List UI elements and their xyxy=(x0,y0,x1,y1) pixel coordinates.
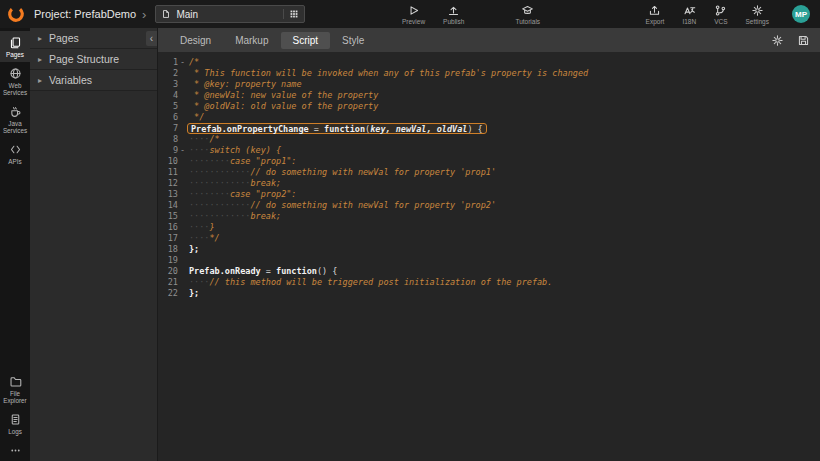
code-line[interactable]: 20Prefab.onReady = function() { xyxy=(158,266,820,277)
line-number: 6 xyxy=(158,112,178,123)
code-text: * @key: property name xyxy=(187,79,302,90)
editor-settings-gear-icon[interactable] xyxy=(771,34,784,47)
code-line[interactable]: 7Prefab.onPropertyChange = function(key,… xyxy=(158,123,820,134)
code-line[interactable]: 5 * @oldVal: old value of the property xyxy=(158,101,820,112)
sidebar-section-pages[interactable]: ▸Pages xyxy=(30,28,157,49)
collapse-sidebar-button[interactable]: ‹ xyxy=(146,31,157,46)
topbar: Project: PrefabDemo › Main PreviewPublis… xyxy=(0,0,820,28)
sidebar-section-variables[interactable]: ▸Variables xyxy=(30,70,157,91)
topbar-action-label: Preview xyxy=(402,18,425,25)
code-line[interactable]: 16····} xyxy=(158,222,820,233)
line-number: 3 xyxy=(158,79,178,90)
tabbar-actions xyxy=(771,34,810,47)
line-number: 21 xyxy=(158,277,178,288)
rail-item-file-explorer[interactable]: File Explorer xyxy=(0,370,30,408)
grid-icon[interactable] xyxy=(283,9,299,19)
tab-markup[interactable]: Markup xyxy=(223,32,280,49)
tab-design[interactable]: Design xyxy=(168,32,223,49)
code-line[interactable]: 13········case "prop2": xyxy=(158,189,820,200)
sidebar-section-label: Page Structure xyxy=(49,53,119,65)
tab-script[interactable]: Script xyxy=(281,32,331,49)
page-file-icon xyxy=(161,8,171,20)
rail-item-web-services[interactable]: Web Services xyxy=(0,62,30,100)
line-number: 2 xyxy=(158,68,178,79)
avatar[interactable]: MP xyxy=(792,5,810,23)
code-line[interactable]: 14············// do something with newVa… xyxy=(158,200,820,211)
topbar-action-settings[interactable]: Settings xyxy=(746,4,770,25)
code-line[interactable]: 21····// this method will be triggered p… xyxy=(158,277,820,288)
chevron-right-icon: › xyxy=(142,8,146,21)
code-line[interactable]: 10········case "prop1": xyxy=(158,156,820,167)
rail-item-pages[interactable]: Pages xyxy=(0,31,30,62)
save-icon[interactable] xyxy=(797,34,810,47)
rail-item-more[interactable] xyxy=(0,439,30,461)
topbar-action-tutorials[interactable]: Tutorials xyxy=(515,4,540,25)
sidebar-section-label: Variables xyxy=(49,74,92,86)
rail-item-label: Java Services xyxy=(1,120,29,134)
code-line[interactable]: 4 * @newVal: new value of the property xyxy=(158,90,820,101)
code-text: ············// do something with newVal … xyxy=(187,200,496,211)
line-number: 19 xyxy=(158,255,178,266)
line-number: 15 xyxy=(158,211,178,222)
fold-marker xyxy=(178,189,187,200)
pages-icon xyxy=(9,36,22,49)
code-line[interactable]: 3 * @key: property name xyxy=(158,79,820,90)
script-editor[interactable]: 1-/*2 * This function will be invoked wh… xyxy=(158,52,820,461)
code-text: * @newVal: new value of the property xyxy=(187,90,378,101)
fold-marker xyxy=(178,233,187,244)
topbar-action-export[interactable]: Export xyxy=(646,4,665,25)
code-line[interactable]: 19 xyxy=(158,255,820,266)
tab-style[interactable]: Style xyxy=(330,32,376,49)
code-line[interactable]: 15············break; xyxy=(158,211,820,222)
topbar-action-label: Settings xyxy=(746,18,770,25)
code-line[interactable]: 9-····switch (key) { xyxy=(158,145,820,156)
tabbar: DesignMarkupScriptStyle xyxy=(158,28,820,52)
main-body: PagesWeb ServicesJava ServicesAPIs File … xyxy=(0,28,820,461)
fold-marker[interactable]: - xyxy=(178,145,187,156)
line-number: 20 xyxy=(158,266,178,277)
rail-item-java-services[interactable]: Java Services xyxy=(0,100,30,138)
line-number: 4 xyxy=(158,90,178,101)
topbar-action-preview[interactable]: Preview xyxy=(402,4,425,25)
rail-bottom-group: File ExplorerLogs xyxy=(0,370,30,461)
code-text: }; xyxy=(187,288,199,299)
code-line[interactable]: 8····/* xyxy=(158,134,820,145)
code-line[interactable]: 11············// do something with newVa… xyxy=(158,167,820,178)
rail-item-label: APIs xyxy=(8,158,21,165)
code-text: ············break; xyxy=(187,178,281,189)
settings-icon xyxy=(751,4,764,17)
publish-icon xyxy=(447,4,460,17)
code-text: * @oldVal: old value of the property xyxy=(187,101,378,112)
line-number: 1 xyxy=(158,57,178,68)
rail-item-logs[interactable]: Logs xyxy=(0,408,30,439)
code-line[interactable]: 18}; xyxy=(158,244,820,255)
code-text: ········case "prop2": xyxy=(187,189,296,200)
code-line[interactable]: 22}; xyxy=(158,288,820,299)
wavemaker-logo-icon[interactable] xyxy=(7,5,25,23)
code-area: 1-/*2 * This function will be invoked wh… xyxy=(158,57,820,299)
topbar-action-label: I18N xyxy=(682,18,696,25)
code-line[interactable]: 12············break; xyxy=(158,178,820,189)
topbar-action-i18n[interactable]: I18N xyxy=(682,4,696,25)
rail-item-apis[interactable]: APIs xyxy=(0,138,30,169)
line-number: 18 xyxy=(158,244,178,255)
code-line[interactable]: 6 */ xyxy=(158,112,820,123)
chevron-right-icon: ▸ xyxy=(38,76,42,85)
web-services-icon xyxy=(9,67,22,80)
code-text: ············break; xyxy=(187,211,281,222)
fold-marker[interactable]: - xyxy=(178,57,187,68)
fold-marker xyxy=(178,178,187,189)
code-line[interactable]: 2 * This function will be invoked when a… xyxy=(158,68,820,79)
topbar-action-vcs[interactable]: VCS xyxy=(714,4,727,25)
code-line[interactable]: 1-/* xyxy=(158,57,820,68)
line-number: 11 xyxy=(158,167,178,178)
tutorials-icon xyxy=(521,4,534,17)
page-selector[interactable]: Main xyxy=(155,5,305,23)
topbar-action-publish[interactable]: Publish xyxy=(443,4,464,25)
fold-marker xyxy=(178,244,187,255)
sidebar-section-page-structure[interactable]: ▸Page Structure xyxy=(30,49,157,70)
java-services-icon xyxy=(9,105,22,118)
code-line[interactable]: 17····*/ xyxy=(158,233,820,244)
export-icon xyxy=(648,4,661,17)
vcs-icon xyxy=(714,4,727,17)
